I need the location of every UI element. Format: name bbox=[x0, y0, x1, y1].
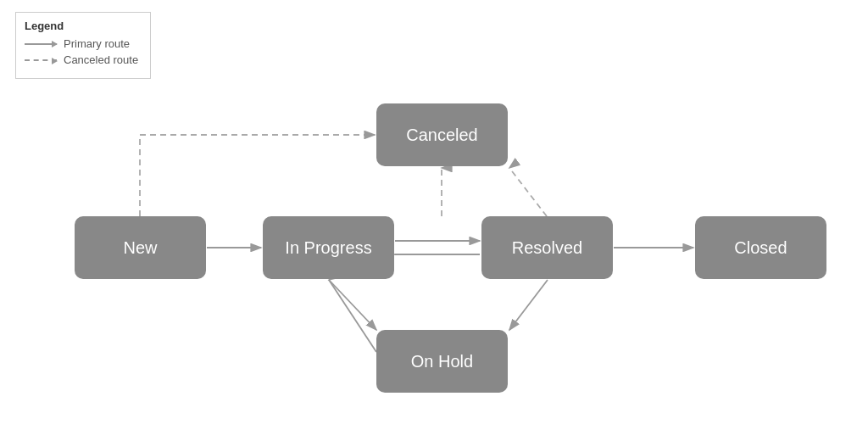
arrow-onhold-to-inprogress bbox=[329, 280, 376, 352]
legend-canceled-label: Canceled route bbox=[64, 53, 138, 66]
node-new: New bbox=[75, 216, 206, 279]
legend-primary-route: Primary route bbox=[25, 37, 138, 50]
node-resolved-label: Resolved bbox=[512, 238, 582, 258]
node-inprogress-label: In Progress bbox=[285, 238, 371, 258]
node-new-label: New bbox=[123, 238, 157, 258]
arrow-resolved-to-canceled bbox=[509, 168, 547, 216]
legend: Legend Primary route Canceled route bbox=[15, 12, 151, 79]
node-inprogress: In Progress bbox=[263, 216, 394, 279]
arrow-resolved-to-onhold bbox=[509, 280, 548, 330]
node-canceled: Canceled bbox=[376, 103, 508, 166]
arrow-new-to-canceled bbox=[140, 135, 375, 216]
legend-primary-label: Primary route bbox=[64, 37, 130, 50]
node-closed: Closed bbox=[695, 216, 826, 279]
legend-canceled-route: Canceled route bbox=[25, 53, 138, 66]
node-canceled-label: Canceled bbox=[406, 126, 478, 145]
node-resolved: Resolved bbox=[481, 216, 613, 279]
dashed-line-icon bbox=[25, 59, 57, 61]
node-onhold: On Hold bbox=[376, 330, 508, 393]
solid-line-icon bbox=[25, 43, 57, 45]
legend-title: Legend bbox=[25, 20, 138, 32]
arrow-inprogress-to-onhold bbox=[329, 280, 376, 330]
node-closed-label: Closed bbox=[734, 238, 787, 258]
node-onhold-label: On Hold bbox=[411, 352, 473, 371]
